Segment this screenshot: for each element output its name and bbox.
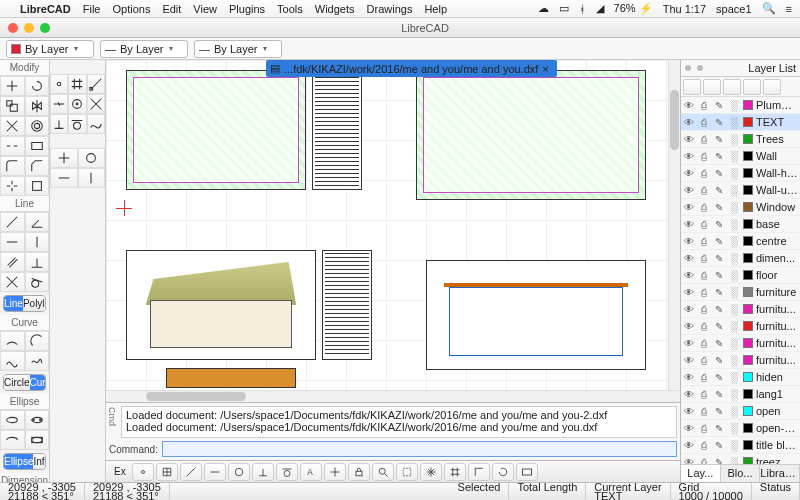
- edit-icon[interactable]: ✎: [713, 219, 725, 230]
- eye-icon[interactable]: 👁: [683, 151, 695, 162]
- menu-help[interactable]: Help: [424, 3, 447, 15]
- tool-arc-3pt[interactable]: [0, 331, 25, 351]
- layer-row[interactable]: 👁⎙✎░open: [681, 403, 800, 420]
- tool-move[interactable]: [0, 76, 25, 96]
- print-icon[interactable]: ⎙: [698, 236, 710, 247]
- lock-icon[interactable]: ░: [728, 202, 740, 213]
- layer-add[interactable]: [703, 79, 721, 95]
- tab-blocks[interactable]: Blo...: [721, 465, 761, 482]
- layer-row[interactable]: 👁⎙✎░TEXT: [681, 114, 800, 131]
- edit-icon[interactable]: ✎: [713, 151, 725, 162]
- snap-perp[interactable]: [50, 114, 68, 134]
- snap-toggle-center[interactable]: [228, 463, 250, 481]
- lock-icon[interactable]: ░: [728, 168, 740, 179]
- print-icon[interactable]: ⎙: [698, 100, 710, 111]
- print-icon[interactable]: ⎙: [698, 440, 710, 451]
- tool-explode[interactable]: [0, 176, 25, 196]
- eye-icon[interactable]: 👁: [683, 236, 695, 247]
- eye-icon[interactable]: 👁: [683, 440, 695, 451]
- btn-redraw[interactable]: [492, 463, 514, 481]
- linetype-bylayer-select[interactable]: —By Layer▾: [194, 40, 282, 58]
- btn-zoom-window[interactable]: [396, 463, 418, 481]
- snap-endpoint[interactable]: [87, 74, 105, 94]
- tool-ellipse-foci[interactable]: [25, 410, 50, 430]
- tool-ellipse-arc[interactable]: [0, 430, 25, 450]
- eye-icon[interactable]: 👁: [683, 185, 695, 196]
- menu-drawings[interactable]: Drawings: [367, 3, 413, 15]
- user-name[interactable]: space1: [716, 3, 751, 15]
- snap-center[interactable]: [68, 94, 86, 114]
- btn-pan[interactable]: [420, 463, 442, 481]
- snap-intersection[interactable]: [87, 94, 105, 114]
- wifi-icon[interactable]: ◢: [596, 2, 604, 15]
- app-name[interactable]: LibreCAD: [20, 3, 71, 15]
- print-icon[interactable]: ⎙: [698, 202, 710, 213]
- menu-plugins[interactable]: Plugins: [229, 3, 265, 15]
- layer-row[interactable]: 👁⎙✎░Window: [681, 199, 800, 216]
- print-icon[interactable]: ⎙: [698, 219, 710, 230]
- edit-icon[interactable]: ✎: [713, 321, 725, 332]
- edit-icon[interactable]: ✎: [713, 389, 725, 400]
- layer-row[interactable]: 👁⎙✎░Wall-uncut: [681, 182, 800, 199]
- btn-relative-zero[interactable]: [324, 463, 346, 481]
- layer-row[interactable]: 👁⎙✎░furnitu...: [681, 352, 800, 369]
- print-icon[interactable]: ⎙: [698, 134, 710, 145]
- layer-row[interactable]: 👁⎙✎░floor: [681, 267, 800, 284]
- eye-icon[interactable]: 👁: [683, 100, 695, 111]
- edit-icon[interactable]: ✎: [713, 236, 725, 247]
- snap-toggle-end[interactable]: [180, 463, 202, 481]
- panel-float-icon[interactable]: [697, 65, 703, 71]
- edit-icon[interactable]: ✎: [713, 304, 725, 315]
- tab-curve[interactable]: Curve: [30, 375, 46, 390]
- edit-icon[interactable]: ✎: [713, 355, 725, 366]
- tool-stretch[interactable]: [25, 136, 50, 156]
- snap-toggle-perp[interactable]: [252, 463, 274, 481]
- lock-icon[interactable]: ░: [728, 338, 740, 349]
- tool-ellipse-axis[interactable]: [0, 410, 25, 430]
- tool-line-vert[interactable]: [25, 232, 50, 252]
- edit-icon[interactable]: ✎: [713, 287, 725, 298]
- snap-free[interactable]: [50, 74, 68, 94]
- layer-row[interactable]: 👁⎙✎░open-hatch: [681, 420, 800, 437]
- lock-icon[interactable]: ░: [728, 355, 740, 366]
- print-icon[interactable]: ⎙: [698, 168, 710, 179]
- lock-icon[interactable]: ░: [728, 423, 740, 434]
- tool-line-tangent[interactable]: [25, 272, 50, 292]
- edit-icon[interactable]: ✎: [713, 100, 725, 111]
- eye-icon[interactable]: 👁: [683, 287, 695, 298]
- tab-info[interactable]: Info: [33, 454, 46, 469]
- layer-row[interactable]: 👁⎙✎░hiden: [681, 369, 800, 386]
- lock-icon[interactable]: ░: [728, 440, 740, 451]
- tool-mirror[interactable]: [25, 96, 50, 116]
- battery-status[interactable]: 76% ⚡: [614, 2, 653, 15]
- edit-icon[interactable]: ✎: [713, 168, 725, 179]
- tool-line-parallel[interactable]: [0, 252, 25, 272]
- print-icon[interactable]: ⎙: [698, 406, 710, 417]
- lock-icon[interactable]: ░: [728, 321, 740, 332]
- layer-row[interactable]: 👁⎙✎░title block: [681, 437, 800, 454]
- snap-midpoint[interactable]: [50, 94, 68, 114]
- ellipse-info-tabs[interactable]: Ellipse Info: [3, 453, 46, 470]
- print-icon[interactable]: ⎙: [698, 338, 710, 349]
- tab-library[interactable]: Library B...: [760, 465, 800, 482]
- print-icon[interactable]: ⎙: [698, 457, 710, 465]
- layer-row[interactable]: 👁⎙✎░Wall: [681, 148, 800, 165]
- display-icon[interactable]: ▭: [559, 2, 569, 15]
- snap-tangent[interactable]: [68, 114, 86, 134]
- layer-row[interactable]: 👁⎙✎░Plumbi...: [681, 97, 800, 114]
- edit-icon[interactable]: ✎: [713, 117, 725, 128]
- eye-icon[interactable]: 👁: [683, 270, 695, 281]
- print-icon[interactable]: ⎙: [698, 304, 710, 315]
- edit-icon[interactable]: ✎: [713, 185, 725, 196]
- menu-options[interactable]: Options: [112, 3, 150, 15]
- eye-icon[interactable]: 👁: [683, 117, 695, 128]
- print-icon[interactable]: ⎙: [698, 185, 710, 196]
- document-tab[interactable]: ▤ ...fdk/KIKAZI/work/2016/me and you/me …: [266, 60, 557, 77]
- edit-icon[interactable]: ✎: [713, 134, 725, 145]
- tool-properties[interactable]: [25, 176, 50, 196]
- tool-trim[interactable]: [0, 116, 25, 136]
- edit-icon[interactable]: ✎: [713, 423, 725, 434]
- print-icon[interactable]: ⎙: [698, 423, 710, 434]
- drawing-canvas[interactable]: [106, 60, 680, 390]
- restrict-none[interactable]: [78, 148, 106, 168]
